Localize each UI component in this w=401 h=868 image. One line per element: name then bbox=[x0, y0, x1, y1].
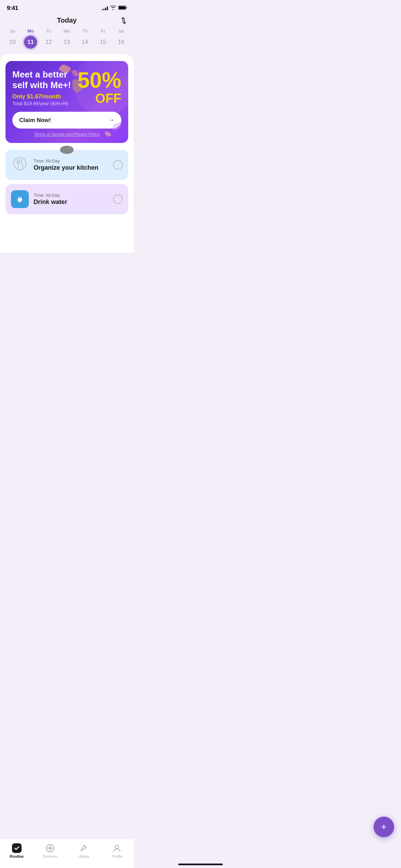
water-habit-icon bbox=[11, 190, 29, 208]
kitchen-habit-checkbox[interactable] bbox=[113, 160, 123, 170]
svg-point-5 bbox=[14, 157, 26, 170]
promo-discount-off: OFF bbox=[95, 91, 121, 106]
signal-icon bbox=[102, 6, 108, 10]
svg-rect-1 bbox=[126, 7, 127, 9]
promo-total: Total $19.99/year ($39.99) bbox=[12, 101, 74, 106]
water-habit-time: Time: All-Day bbox=[34, 193, 108, 198]
page-title: Today bbox=[57, 16, 76, 24]
water-habit-checkbox[interactable] bbox=[113, 194, 123, 204]
discount-wrapper: 50% OFF bbox=[77, 69, 121, 106]
drag-handle[interactable] bbox=[60, 146, 74, 154]
promo-headline: Meet a better self with Me+! bbox=[12, 69, 74, 91]
page-header: Today bbox=[0, 14, 134, 28]
water-habit-info: Time: All-Day Drink water bbox=[34, 193, 108, 206]
claim-now-button[interactable]: Claim Now! → bbox=[12, 112, 121, 129]
promo-discount-percent: 50% bbox=[77, 69, 121, 91]
promo-card: Meet a better self with Me+! Only $1.67/… bbox=[5, 61, 128, 143]
kitchen-habit-name: Organize your kitchen bbox=[34, 164, 108, 171]
svg-rect-2 bbox=[119, 7, 125, 9]
day-monday[interactable]: Mo 11 bbox=[22, 28, 39, 49]
day-saturday[interactable]: Sa 16 bbox=[113, 28, 129, 49]
claim-arrow-icon: → bbox=[108, 117, 114, 124]
status-time: 9:41 bbox=[7, 5, 18, 12]
day-wednesday[interactable]: We 13 bbox=[59, 28, 75, 49]
water-habit-name: Drink water bbox=[34, 198, 108, 206]
sort-button[interactable] bbox=[119, 17, 127, 26]
day-thursday[interactable]: Th 14 bbox=[77, 28, 93, 49]
kitchen-habit-time: Time: All-Day bbox=[34, 158, 108, 164]
promo-terms-link[interactable]: Terms of Service and Privacy Policy bbox=[12, 132, 121, 137]
habit-card-kitchen[interactable]: Time: All-Day Organize your kitchen bbox=[5, 150, 128, 180]
promo-text-area: Meet a better self with Me+! Only $1.67/… bbox=[12, 69, 77, 106]
wifi-icon bbox=[110, 5, 116, 11]
day-friday[interactable]: Fr 15 bbox=[95, 28, 111, 49]
status-bar: 9:41 bbox=[0, 0, 134, 14]
promo-top: Meet a better self with Me+! Only $1.67/… bbox=[12, 69, 121, 106]
day-tuesday[interactable]: Tu 12 bbox=[40, 28, 57, 49]
day-sunday[interactable]: Su 10 bbox=[4, 28, 21, 49]
kitchen-habit-icon bbox=[11, 156, 29, 174]
battery-icon bbox=[118, 5, 127, 11]
habit-card-water[interactable]: Time: All-Day Drink water bbox=[5, 184, 128, 214]
kitchen-habit-info: Time: All-Day Organize your kitchen bbox=[34, 158, 108, 171]
promo-price: Only $1.67/month bbox=[12, 93, 74, 100]
main-content: Meet a better self with Me+! Only $1.67/… bbox=[0, 54, 134, 253]
status-icons bbox=[102, 5, 127, 11]
calendar-week: Su 10 Mo 11 Tu 12 We 13 Th 14 Fr 15 Sa 1… bbox=[0, 28, 134, 54]
